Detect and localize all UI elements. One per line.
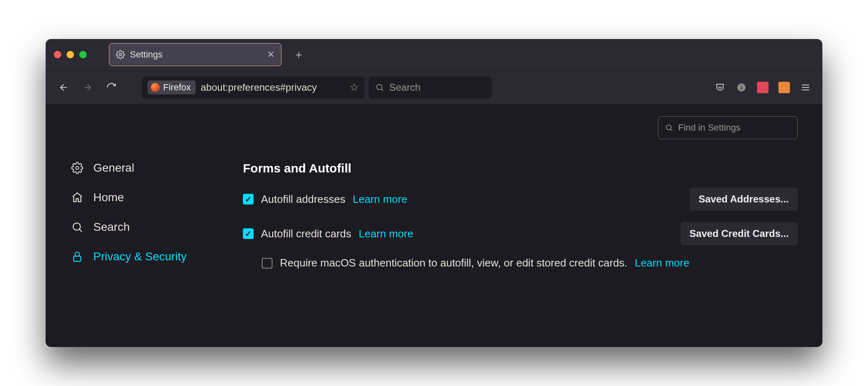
learn-more-link[interactable]: Learn more — [635, 257, 689, 269]
url-text: about:preferences#privacy — [201, 82, 317, 93]
section-title: Forms and Autofill — [243, 161, 798, 175]
sidebar-item-label: General — [93, 161, 134, 175]
learn-more-link[interactable]: Learn more — [353, 193, 407, 206]
search-icon — [70, 221, 84, 233]
search-icon — [665, 124, 673, 132]
extension-2-button[interactable] — [776, 79, 793, 96]
svg-point-5 — [666, 125, 671, 130]
bookmark-star-icon[interactable]: ☆ — [349, 81, 359, 94]
new-tab-button[interactable]: ＋ — [287, 47, 310, 62]
url-bar[interactable]: Firefox about:preferences#privacy ☆ — [142, 76, 365, 99]
checkbox-label: Autofill credit cards — [261, 227, 351, 240]
svg-point-1 — [377, 84, 382, 90]
identity-badge[interactable]: Firefox — [148, 80, 196, 94]
sidebar-item-search[interactable]: Search — [70, 221, 226, 234]
require-macos-auth-row: Require macOS authentication to autofill… — [262, 257, 798, 269]
gear-icon — [70, 162, 84, 174]
identity-label: Firefox — [163, 82, 191, 93]
search-placeholder: Search — [389, 82, 420, 93]
app-menu-button[interactable] — [797, 79, 814, 96]
settings-sidebar: General Home Search Privacy & Security — [46, 112, 226, 347]
sidebar-item-home[interactable]: Home — [70, 191, 226, 204]
sidebar-item-label: Search — [93, 221, 130, 234]
pocket-button[interactable] — [711, 79, 729, 96]
minimize-window-button[interactable] — [67, 51, 74, 58]
tab-title: Settings — [130, 49, 163, 60]
tab-settings[interactable]: Settings ✕ — [109, 43, 282, 66]
saved-addresses-button[interactable]: Saved Addresses... — [690, 188, 798, 211]
autofill-credit-cards-row: ✓ Autofill credit cards Learn more Saved… — [243, 222, 798, 245]
back-button[interactable] — [54, 78, 74, 97]
home-icon — [70, 191, 84, 204]
extension-1-button[interactable] — [754, 79, 771, 96]
saved-credit-cards-button[interactable]: Saved Credit Cards... — [681, 222, 798, 245]
lock-icon — [70, 250, 84, 263]
checkbox-label: Autofill addresses — [261, 193, 345, 206]
learn-more-link[interactable]: Learn more — [359, 227, 413, 240]
firefox-logo-icon — [151, 83, 160, 92]
main-panel: Forms and Autofill ✓ Autofill addresses … — [226, 112, 822, 347]
sidebar-item-label: Privacy & Security — [93, 250, 187, 263]
content-area: Find in Settings General Home Search — [46, 104, 822, 347]
info-button[interactable] — [733, 79, 750, 96]
toolbar: Firefox about:preferences#privacy ☆ Sear… — [46, 70, 822, 104]
svg-rect-3 — [741, 87, 742, 90]
find-placeholder: Find in Settings — [678, 122, 741, 133]
svg-rect-8 — [74, 256, 81, 262]
window-controls — [54, 51, 87, 58]
find-in-settings-input[interactable]: Find in Settings — [658, 116, 798, 139]
sidebar-item-general[interactable]: General — [70, 161, 226, 175]
maximize-window-button[interactable] — [79, 51, 87, 58]
search-icon — [375, 83, 384, 92]
autofill-credit-cards-checkbox[interactable]: ✓ — [243, 228, 254, 239]
browser-window: Settings ✕ ＋ Firefox about:preferences#p… — [46, 39, 822, 347]
tab-bar: Settings ✕ ＋ — [46, 39, 822, 70]
close-window-button[interactable] — [54, 51, 61, 58]
autofill-addresses-row: ✓ Autofill addresses Learn more Saved Ad… — [243, 188, 798, 211]
forward-button[interactable] — [78, 78, 97, 97]
svg-rect-4 — [741, 85, 742, 86]
gear-icon — [116, 50, 125, 59]
autofill-addresses-checkbox[interactable]: ✓ — [243, 194, 254, 204]
reload-button[interactable] — [102, 78, 121, 97]
sidebar-item-label: Home — [93, 191, 124, 204]
checkbox-label: Require macOS authentication to autofill… — [280, 257, 627, 269]
svg-point-7 — [73, 223, 81, 230]
svg-point-0 — [119, 53, 122, 56]
svg-point-6 — [76, 166, 79, 170]
require-macos-auth-checkbox[interactable] — [262, 258, 272, 269]
sidebar-item-privacy[interactable]: Privacy & Security — [70, 250, 226, 263]
close-tab-icon[interactable]: ✕ — [267, 49, 275, 60]
search-bar[interactable]: Search — [369, 76, 492, 99]
